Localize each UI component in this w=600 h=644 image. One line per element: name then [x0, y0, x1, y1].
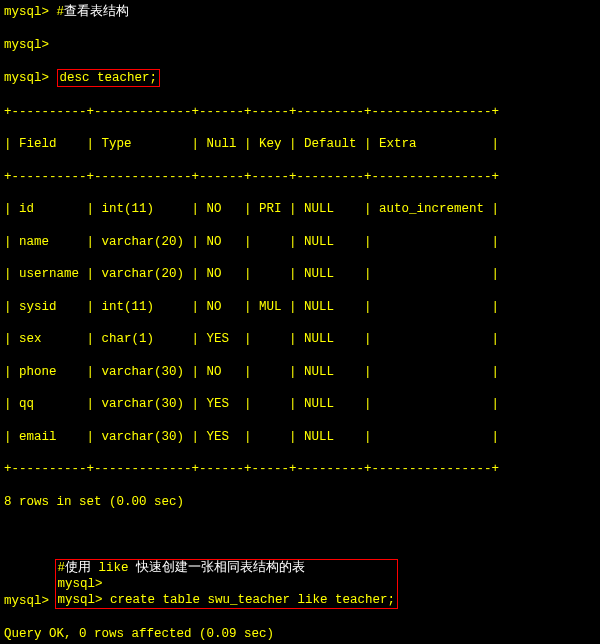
- table-row: | sex | char(1) | YES | | NULL | |: [4, 331, 596, 347]
- prompt-line: mysql>: [4, 37, 596, 53]
- hash: #: [58, 561, 66, 575]
- sql-command: desc teacher;: [60, 71, 158, 85]
- table-border: +----------+-------------+------+-----+-…: [4, 169, 596, 185]
- result-footer: 8 rows in set (0.00 sec): [4, 494, 596, 510]
- prompt-line: mysql> desc teacher;: [4, 69, 596, 87]
- highlighted-command: #使用 like 快速创建一张相同表结构的表 mysql> mysql> cre…: [55, 559, 399, 610]
- mysql-prompt: mysql>: [4, 5, 57, 19]
- table-row: | qq | varchar(30) | YES | | NULL | |: [4, 396, 596, 412]
- table-header: | Field | Type | Null | Key | Default | …: [4, 136, 596, 152]
- table-row: | email | varchar(30) | YES | | NULL | |: [4, 429, 596, 445]
- prompt-line: mysql> #使用 like 快速创建一张相同表结构的表 mysql> mys…: [4, 559, 596, 610]
- mysql-prompt: mysql>: [58, 593, 111, 607]
- hash: #: [57, 5, 65, 19]
- table-row: | username | varchar(20) | NO | | NULL |…: [4, 266, 596, 282]
- table-row: | name | varchar(20) | NO | | NULL | |: [4, 234, 596, 250]
- table-border: +----------+-------------+------+-----+-…: [4, 461, 596, 477]
- table-row: | id | int(11) | NO | PRI | NULL | auto_…: [4, 201, 596, 217]
- sql-command: create table swu_teacher like teacher;: [110, 593, 395, 607]
- comment-text: 快速创建一张相同表结构的表: [136, 561, 305, 575]
- highlighted-command: desc teacher;: [57, 69, 161, 87]
- blank-line: [4, 526, 596, 542]
- comment-text: 查看表结构: [64, 5, 129, 19]
- table-border: +----------+-------------+------+-----+-…: [4, 104, 596, 120]
- comment-text: 使用: [65, 561, 91, 575]
- table-row: | sysid | int(11) | NO | MUL | NULL | |: [4, 299, 596, 315]
- prompt-line: mysql> #查看表结构: [4, 4, 596, 20]
- mysql-prompt: mysql>: [4, 71, 57, 85]
- like-keyword: like: [91, 561, 136, 575]
- query-result: Query OK, 0 rows affected (0.09 sec): [4, 626, 596, 642]
- mysql-prompt: mysql>: [58, 577, 103, 591]
- mysql-prompt: mysql>: [4, 38, 49, 52]
- mysql-prompt: mysql>: [4, 593, 57, 607]
- table-row: | phone | varchar(30) | NO | | NULL | |: [4, 364, 596, 380]
